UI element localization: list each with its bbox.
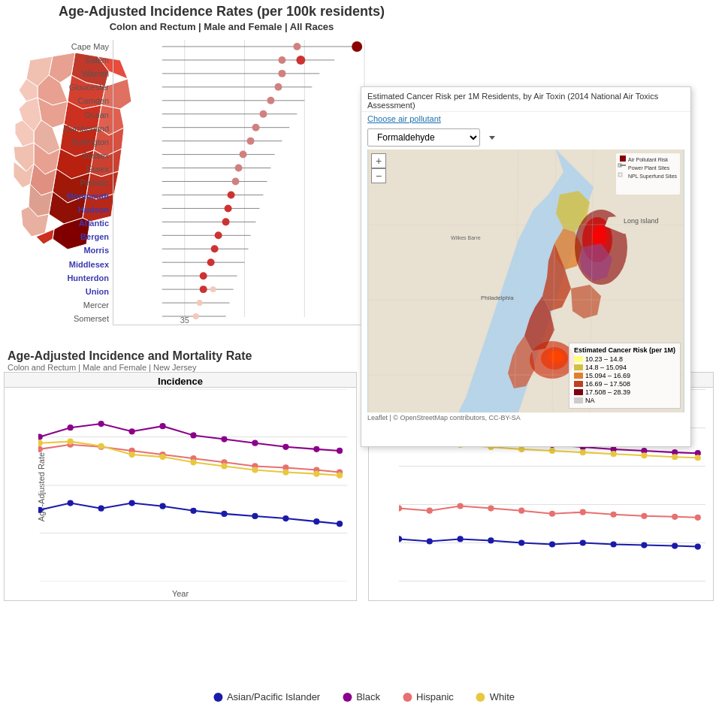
svg-point-235	[399, 536, 402, 542]
svg-point-56	[235, 165, 243, 172]
svg-point-77	[197, 300, 203, 306]
dot-plot-svg: 35	[113, 40, 398, 325]
svg-text:Power Plant Sites: Power Plant Sites	[628, 165, 670, 171]
svg-point-68	[211, 245, 219, 252]
svg-point-223	[695, 455, 701, 461]
svg-point-36	[352, 41, 362, 52]
svg-text:35: 35	[180, 316, 189, 325]
county-label-ocean: Ocean	[45, 108, 109, 122]
legend-color-5	[574, 389, 583, 395]
legend-color-4	[574, 381, 583, 387]
top-chart-subtitle: Colon and Rectum | Male and Female | All…	[45, 21, 398, 32]
svg-point-237	[458, 536, 464, 542]
svg-point-159	[98, 443, 104, 449]
legend-row-5: 17.508 – 28.39	[574, 388, 675, 396]
county-labels: Cape May Salem Warren Gloucester Camden …	[45, 40, 113, 325]
svg-point-72	[200, 272, 207, 279]
svg-point-136	[68, 424, 74, 431]
legend-label-white: White	[490, 691, 515, 702]
svg-point-225	[427, 508, 433, 514]
air-toxics-title: Estimated Cancer Risk per 1M Residents, …	[361, 87, 690, 112]
svg-point-242	[611, 541, 617, 547]
county-label-middlesex: Middlesex	[45, 258, 109, 271]
svg-point-52	[247, 137, 255, 145]
svg-text:Wilkes Barre: Wilkes Barre	[451, 235, 481, 240]
county-label-bergen: Bergen	[45, 230, 109, 243]
svg-point-220	[611, 451, 617, 457]
legend-row-1: 10.23 – 14.8	[574, 355, 675, 363]
choose-air-pollutant-link[interactable]: Choose air pollutant	[361, 112, 690, 125]
incidence-x-axis-label: Year	[172, 589, 189, 598]
svg-point-239	[518, 539, 524, 545]
legend-label-asian: Asian/Pacific Islander	[227, 691, 320, 702]
svg-text:NPL Superfund Sites: NPL Superfund Sites	[628, 174, 678, 180]
svg-point-245	[695, 544, 701, 550]
legend-item-hispanic: Hispanic	[403, 691, 454, 702]
air-toxics-map: + −	[367, 150, 684, 412]
legend-dot-black	[343, 693, 352, 702]
svg-point-158	[68, 439, 74, 445]
svg-point-162	[190, 459, 196, 465]
air-toxics-panel: Estimated Cancer Risk per 1M Residents, …	[361, 86, 691, 447]
svg-point-240	[549, 541, 555, 547]
svg-point-244	[672, 543, 678, 549]
svg-point-176	[282, 515, 288, 521]
svg-point-139	[159, 423, 165, 429]
svg-point-221	[641, 452, 647, 458]
legend-row-4: 16.69 – 17.508	[574, 380, 675, 388]
legend-row-3: 15.094 – 16.69	[574, 372, 675, 379]
svg-point-170	[98, 506, 104, 512]
svg-point-224	[399, 506, 402, 512]
svg-point-160	[128, 452, 134, 458]
county-label-burlington: Burlington	[45, 135, 109, 149]
county-label-passaic: Passaic	[45, 176, 109, 189]
svg-point-145	[337, 448, 343, 454]
svg-point-140	[190, 432, 196, 438]
svg-point-234	[695, 515, 701, 521]
svg-point-161	[159, 454, 165, 460]
bottom-chart-title-area: Age-Adjusted Incidence and Mortality Rat…	[8, 349, 368, 372]
top-chart-title: Age-Adjusted Incidence Rates (per 100k r…	[45, 4, 398, 20]
svg-point-157	[38, 440, 43, 446]
zoom-in-button[interactable]: +	[371, 153, 386, 168]
top-incidence-chart: Age-Adjusted Incidence Rates (per 100k r…	[45, 4, 398, 342]
svg-point-79	[193, 313, 199, 319]
incidence-chart-inner-title: Incidence	[5, 373, 356, 388]
svg-marker-80	[489, 136, 495, 140]
county-label-capemay: Cape May	[45, 40, 109, 53]
svg-rect-110	[620, 165, 626, 166]
svg-point-228	[518, 508, 524, 514]
svg-point-143	[282, 444, 288, 450]
svg-point-42	[278, 70, 285, 77]
svg-point-226	[458, 503, 464, 509]
legend-row-na: NA	[574, 397, 675, 404]
svg-point-146	[38, 446, 43, 452]
svg-rect-108	[620, 156, 626, 162]
county-label-essex: Essex	[45, 162, 109, 176]
svg-point-219	[580, 449, 586, 455]
legend-row-2: 14.8 – 15.094	[574, 364, 675, 371]
svg-point-48	[259, 110, 267, 118]
legend-label-hispanic: Hispanic	[416, 691, 454, 702]
svg-point-164	[252, 467, 258, 473]
zoom-out-button[interactable]: −	[371, 168, 386, 183]
svg-point-50	[252, 124, 260, 131]
map-zoom-controls: + −	[371, 153, 386, 183]
legend-label-4: 16.69 – 17.508	[585, 380, 630, 388]
air-pollutant-select[interactable]: Formaldehyde Benzene Acetaldehyde 1,3-Bu…	[367, 128, 480, 147]
svg-point-137	[98, 421, 104, 427]
bottom-chart-subtitle: Colon and Rectum | Male and Female | New…	[8, 363, 368, 372]
chart-legend: Asian/Pacific Islander Black Hispanic Wh…	[213, 691, 515, 702]
svg-point-135	[38, 434, 43, 440]
county-label-union: Union	[45, 285, 109, 298]
svg-point-238	[488, 537, 494, 543]
svg-point-229	[549, 511, 555, 517]
legend-label-2: 14.8 – 15.094	[585, 364, 627, 371]
svg-point-37	[293, 43, 301, 50]
svg-point-60	[228, 191, 235, 198]
county-label-monmouth: Monmouth	[45, 189, 109, 203]
svg-point-236	[427, 538, 433, 544]
svg-point-64	[222, 218, 230, 225]
legend-color-na	[574, 397, 583, 403]
county-label-warren: Warren	[45, 67, 109, 80]
